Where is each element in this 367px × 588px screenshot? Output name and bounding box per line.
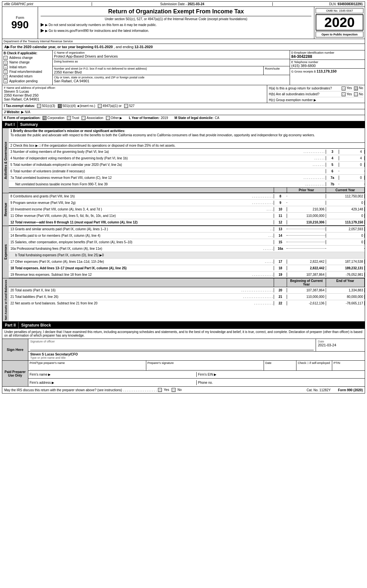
line12: 12 Total revenue—add lines 8 through 11 … xyxy=(9,219,365,226)
website-row: J Website: ▶ N/A xyxy=(2,109,365,115)
line15: 15 Salaries, other compensation, employe… xyxy=(9,239,365,246)
h-block: H(a) Is this a group return for subordin… xyxy=(267,85,365,103)
line14: 14 Benefits paid to or for members (Part… xyxy=(9,233,365,239)
line17: 17 Other expenses (Part IX, column (A), … xyxy=(9,259,365,265)
ein-phone-block: D Employer identification number 84-3042… xyxy=(290,50,365,85)
line8: 8 Contributions and grants (Part VIII, l… xyxy=(9,193,365,200)
form-number-box: Form 990 xyxy=(2,7,38,39)
line22: 22 Net assets or fund balances. Subtract… xyxy=(9,300,365,307)
check-app-pending: ○ Application pending xyxy=(4,79,51,83)
line20: 20 Total assets (Part X, line 16) . . . … xyxy=(9,287,365,294)
submission-date: Submission Date - 2021-03-24 xyxy=(92,2,273,6)
line18: 18 Total expenses. Add lines 13–17 (must… xyxy=(9,265,365,272)
check-final-return: ○ Final return/terminated xyxy=(4,70,51,74)
line3: 3 Number of voting members of the govern… xyxy=(9,149,365,155)
line16b: b Total fundraising expenses (Part IX, c… xyxy=(9,252,365,259)
efile-label: efile GRAPHIC print xyxy=(4,2,92,6)
tax-exempt-row: I Tax-exempt status: □ 501(c)(3) ☑ 501(c… xyxy=(2,103,365,109)
check-applicable-box: B Check if applicable: ○ Address change … xyxy=(2,50,53,85)
org-info-block: C Name of organization Protect App-Based… xyxy=(53,50,290,85)
line16a: 16a Professional fundraising fees (Part … xyxy=(9,246,365,252)
paid-preparer-label: Paid Preparer Use Only xyxy=(2,361,28,386)
sign-here-label: Sign Here xyxy=(2,339,28,360)
section-a-label: A▶ For the 2020 calendar year, or tax ye… xyxy=(4,45,94,49)
line19: 19 Revenue less expenses. Subtract line … xyxy=(9,272,365,278)
line5: 5 Total number of individuals employed i… xyxy=(9,162,365,168)
form-org-row: K Form of organization: ☑ Corporation □ … xyxy=(2,115,365,121)
under-penalties-text: Under penalties of perjury, I declare th… xyxy=(4,330,362,337)
line2: 2 Check this box ▶ □ if the organization… xyxy=(9,143,365,149)
header-center: Return of Organization Exempt From Incom… xyxy=(38,7,314,39)
check-amended-return: ○ Amended return xyxy=(4,74,51,78)
line7b: Net unrelated business taxable income fr… xyxy=(9,181,365,188)
side-label-net-assets: Net Assets or Fund Balances xyxy=(2,278,9,321)
line21: 21 Total liabilities (Part X, line 26) .… xyxy=(9,294,365,300)
line6: 6 Total number of volunteers (estimate i… xyxy=(9,168,365,175)
line11: 11 Other revenue (Part VIII, column (A),… xyxy=(9,213,365,219)
dln: DLN: 93493083012291 xyxy=(273,2,363,6)
footer: May the IRS discuss this return with the… xyxy=(2,387,365,394)
form-title: Return of Organization Exempt From Incom… xyxy=(41,8,311,16)
side-label-activities: Activities & Governance xyxy=(2,128,9,193)
part-i-header: Part I Summary xyxy=(2,121,365,128)
line10: 10 Investment income (Part VIII, column … xyxy=(9,206,365,213)
line9: 9 Program service revenue (Part VIII, li… xyxy=(9,200,365,206)
dept-info: Department of the Treasury Internal Reve… xyxy=(4,40,73,43)
side-label-revenue: Revenue xyxy=(2,193,9,226)
check-name-change: ○ Name change xyxy=(4,60,51,64)
line4: 4 Number of independent voting members o… xyxy=(9,155,365,162)
check-initial-return: ○ Initial return xyxy=(4,65,51,69)
side-label-expenses: Expenses xyxy=(2,226,9,278)
line7a: 7a Total unrelated business revenue from… xyxy=(9,175,365,181)
header-right: OMB No. 1545-0047 2020 Open to Public In… xyxy=(314,7,365,39)
line13: 13 Grants and similar amounts paid (Part… xyxy=(9,226,365,233)
part-ii-header: Part II Signature Block xyxy=(2,322,365,329)
principal-officer-block: F Name and address of principal officer:… xyxy=(2,85,267,103)
check-address-change: ○ Address change xyxy=(4,56,51,60)
